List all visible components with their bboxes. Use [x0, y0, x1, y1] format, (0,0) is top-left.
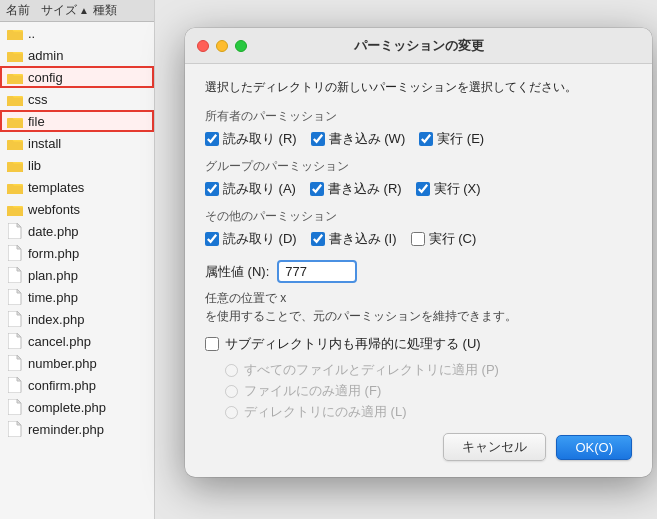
radio-all-label: すべてのファイルとディレクトリに適用 (P) — [244, 361, 499, 379]
folder-icon — [6, 135, 24, 151]
other-read[interactable]: 読み取り (D) — [205, 230, 297, 248]
radio-dirs[interactable]: ディレクトリにのみ適用 (L) — [225, 403, 632, 421]
owner-write[interactable]: 書き込み (W) — [311, 130, 406, 148]
list-item[interactable]: reminder.php — [0, 418, 154, 440]
radio-files-label: ファイルにのみ適用 (F) — [244, 382, 381, 400]
subdir-row[interactable]: サブディレクトリ内も再帰的に処理する (U) — [205, 335, 632, 353]
file-icon — [6, 311, 24, 327]
cancel-button[interactable]: キャンセル — [443, 433, 546, 461]
list-item[interactable]: time.php — [0, 286, 154, 308]
file-item-name: install — [28, 136, 61, 151]
maximize-button[interactable] — [235, 40, 247, 52]
folder-icon — [6, 201, 24, 217]
list-item[interactable]: confirm.php — [0, 374, 154, 396]
file-item-name: css — [28, 92, 48, 107]
owner-write-checkbox[interactable] — [311, 132, 325, 146]
group-read[interactable]: 読み取り (A) — [205, 180, 296, 198]
radio-all-input[interactable] — [225, 364, 238, 377]
other-label: その他のパーミッション — [205, 208, 632, 225]
dialog-area: パーミッションの変更 選択したディレクトリの新しいパーミッションを選択してくださ… — [155, 0, 657, 519]
file-list: .. admin config css file install — [0, 22, 154, 440]
owner-exec[interactable]: 実行 (E) — [419, 130, 484, 148]
owner-exec-checkbox[interactable] — [419, 132, 433, 146]
list-item[interactable]: lib — [0, 154, 154, 176]
folder-icon — [6, 47, 24, 63]
button-row: キャンセル OK(O) — [205, 433, 632, 461]
group-exec-checkbox[interactable] — [416, 182, 430, 196]
list-item[interactable]: css — [0, 88, 154, 110]
folder-icon — [6, 157, 24, 173]
titlebar: パーミッションの変更 — [185, 28, 652, 64]
list-item[interactable]: webfonts — [0, 198, 154, 220]
radio-dirs-label: ディレクトリにのみ適用 (L) — [244, 403, 407, 421]
other-checkbox-row: 読み取り (D) 書き込み (I) 実行 (C) — [205, 230, 632, 248]
list-item[interactable]: file — [0, 110, 154, 132]
group-read-label: 読み取り (A) — [223, 180, 296, 198]
sort-arrow: ▲ — [79, 5, 89, 16]
attr-row: 属性値 (N): — [205, 260, 632, 283]
col-type-label: 種類 — [93, 2, 148, 19]
owner-read-checkbox[interactable] — [205, 132, 219, 146]
list-item[interactable]: number.php — [0, 352, 154, 374]
dialog-intro: 選択したディレクトリの新しいパーミッションを選択してください。 — [205, 78, 632, 96]
group-exec-label: 実行 (X) — [434, 180, 481, 198]
group-write[interactable]: 書き込み (R) — [310, 180, 402, 198]
minimize-button[interactable] — [216, 40, 228, 52]
radio-dirs-input[interactable] — [225, 406, 238, 419]
folder-icon — [6, 91, 24, 107]
subdir-checkbox[interactable] — [205, 337, 219, 351]
ok-button[interactable]: OK(O) — [556, 435, 632, 460]
other-read-checkbox[interactable] — [205, 232, 219, 246]
list-item[interactable]: install — [0, 132, 154, 154]
file-item-name: form.php — [28, 246, 79, 261]
list-item[interactable]: index.php — [0, 308, 154, 330]
list-item[interactable]: templates — [0, 176, 154, 198]
col-size-header[interactable]: サイズ ▲ — [41, 2, 93, 19]
owner-label: 所有者のパーミッション — [205, 108, 632, 125]
column-header: 名前 サイズ ▲ 種類 — [0, 0, 154, 22]
other-exec[interactable]: 実行 (C) — [411, 230, 477, 248]
owner-read-label: 読み取り (R) — [223, 130, 297, 148]
file-item-name: .. — [28, 26, 35, 41]
file-item-name: number.php — [28, 356, 97, 371]
attr-input-wrapper[interactable] — [277, 260, 357, 283]
list-item[interactable]: cancel.php — [0, 330, 154, 352]
file-item-name: templates — [28, 180, 84, 195]
file-item-name: lib — [28, 158, 41, 173]
radio-files[interactable]: ファイルにのみ適用 (F) — [225, 382, 632, 400]
radio-files-input[interactable] — [225, 385, 238, 398]
col-size-label: サイズ — [41, 2, 77, 19]
file-item-name: config — [28, 70, 63, 85]
other-write-checkbox[interactable] — [311, 232, 325, 246]
col-name: 名前 — [6, 2, 41, 19]
list-item[interactable]: .. — [0, 22, 154, 44]
other-read-label: 読み取り (D) — [223, 230, 297, 248]
other-exec-checkbox[interactable] — [411, 232, 425, 246]
list-item[interactable]: config — [0, 66, 154, 88]
radio-all[interactable]: すべてのファイルとディレクトリに適用 (P) — [225, 361, 632, 379]
file-icon — [6, 355, 24, 371]
list-item[interactable]: plan.php — [0, 264, 154, 286]
file-panel: 名前 サイズ ▲ 種類 .. admin config css — [0, 0, 155, 519]
list-item[interactable]: complete.php — [0, 396, 154, 418]
close-button[interactable] — [197, 40, 209, 52]
list-item[interactable]: date.php — [0, 220, 154, 242]
group-read-checkbox[interactable] — [205, 182, 219, 196]
other-write-label: 書き込み (I) — [329, 230, 397, 248]
owner-read[interactable]: 読み取り (R) — [205, 130, 297, 148]
file-item-name: cancel.php — [28, 334, 91, 349]
attr-input[interactable] — [285, 264, 349, 279]
file-icon — [6, 289, 24, 305]
group-write-label: 書き込み (R) — [328, 180, 402, 198]
list-item[interactable]: form.php — [0, 242, 154, 264]
file-item-name: reminder.php — [28, 422, 104, 437]
file-item-name: file — [28, 114, 45, 129]
group-write-checkbox[interactable] — [310, 182, 324, 196]
dialog-title: パーミッションの変更 — [354, 37, 484, 55]
group-exec[interactable]: 実行 (X) — [416, 180, 481, 198]
list-item[interactable]: admin — [0, 44, 154, 66]
folder-icon — [6, 69, 24, 85]
file-item-name: complete.php — [28, 400, 106, 415]
permission-dialog: パーミッションの変更 選択したディレクトリの新しいパーミッションを選択してくださ… — [185, 28, 652, 477]
other-write[interactable]: 書き込み (I) — [311, 230, 397, 248]
